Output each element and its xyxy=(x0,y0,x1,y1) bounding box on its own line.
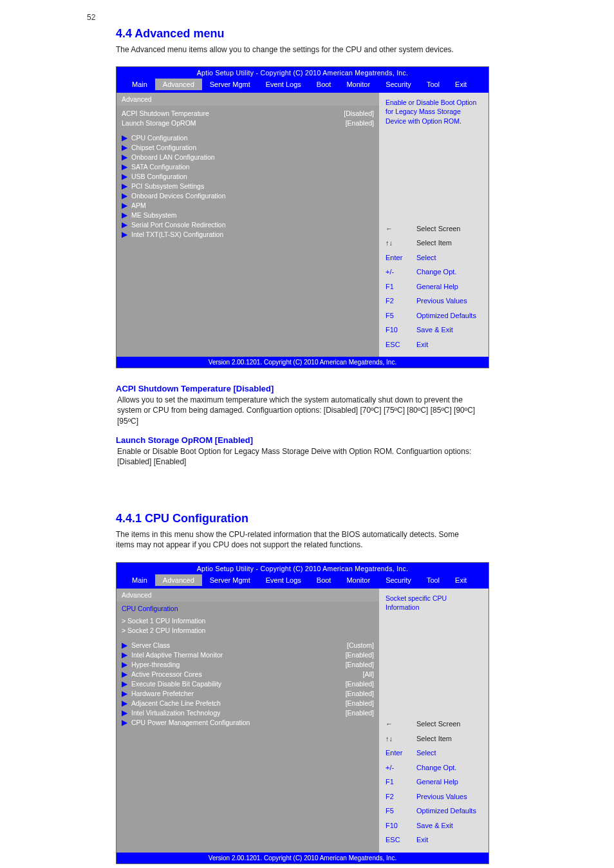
bios-submenu-row: ▶SATA Configuration xyxy=(122,162,374,171)
setting-description-block: Launch Storage OpROM [Enabled]Enable or … xyxy=(116,435,489,467)
bios-submenu-label: Chipset Configuration xyxy=(131,144,196,151)
bios-setting-row: ▶Hardware Prefetcher[Enabled] xyxy=(122,689,374,699)
bios-tab: Monitor xyxy=(339,79,378,90)
bios-submenu-row: ▶APM xyxy=(122,200,374,210)
bios-submenu-label: USB Configuration xyxy=(131,173,187,180)
bios-help-key: F1General Help xyxy=(386,279,482,294)
bios-help-key: F2Previous Values xyxy=(386,294,482,308)
triangle-right-icon: ▶ xyxy=(122,709,127,717)
bios-submenu-label: Onboard Devices Configuration xyxy=(131,192,226,200)
bios-tab: Boot xyxy=(309,574,339,586)
bios-tabs-2: MainAdvancedServer MgmtEvent LogsBootMon… xyxy=(116,574,488,589)
triangle-right-icon: ▶ xyxy=(122,221,127,229)
bios-submenu-row: ▶USB Configuration xyxy=(122,171,374,181)
triangle-right-icon: ▶ xyxy=(122,202,127,209)
triangle-right-icon: ▶ xyxy=(122,153,127,161)
setting-description-heading: ACPI Shutdown Temperature [Disabled] xyxy=(116,384,489,393)
bios-help-key: ESCExit xyxy=(386,833,482,847)
bios-tab: Advanced xyxy=(155,574,202,586)
bios-tab: Exit xyxy=(447,79,474,90)
section-title-cpu-config: 4.4.1 CPU Configuration xyxy=(116,512,614,525)
bios-help-text: Enable or Disable Boot Option for Legacy… xyxy=(386,98,482,126)
setting-description-text: Allows you to set the maximum temperatur… xyxy=(117,395,489,426)
bios-submenu-label: PCI Subsystem Settings xyxy=(131,182,204,190)
bios-submenu-label: SATA Configuration xyxy=(131,163,190,171)
bios-setting-row: ▶Adjacent Cache Line Prefetch[Enabled] xyxy=(122,699,374,708)
section-title-advanced: 4.4 Advanced menu xyxy=(116,27,614,41)
bios-help-key: F2Previous Values xyxy=(386,789,482,804)
bios-tab: Advanced xyxy=(155,79,202,90)
bios-tab: Security xyxy=(378,79,419,90)
bios-setting-row: > Socket 2 CPU Information xyxy=(122,626,374,636)
bios-submenu-label: Serial Port Console Redirection xyxy=(131,221,226,229)
bios-help-key: F10Save & Exit xyxy=(386,323,482,337)
bios-tab: Main xyxy=(124,79,155,90)
bios-help-pane-2: Socket specific CPU Information ←Select … xyxy=(379,589,488,853)
bios-submenu-label: Intel TXT(LT-SX) Configuration xyxy=(131,231,223,238)
bios-help-keys: ←Select Screen↑↓Select ItemEnterSelect+/… xyxy=(386,222,482,352)
bios-tab: Server Mgmt xyxy=(202,574,258,586)
bios-help-key: ESCExit xyxy=(386,337,482,352)
bios-submenu-label: CPU Configuration xyxy=(131,134,188,142)
bios-tab: Monitor xyxy=(339,574,378,586)
triangle-right-icon: ▶ xyxy=(122,211,127,219)
triangle-right-icon: ▶ xyxy=(122,690,127,697)
bios-main-pane: Advanced ACPI Shutdown Temperature[Disab… xyxy=(116,93,379,357)
section-intro-2: The items in this menu show the CPU-rela… xyxy=(116,529,476,550)
bios-submenu-row: ▶ME Subsystem xyxy=(122,210,374,220)
bios-setting-row: ACPI Shutdown Temperature[Disabled] xyxy=(122,108,374,118)
bios-tabs: MainAdvancedServer MgmtEvent LogsBootMon… xyxy=(116,79,488,93)
bios-help-key: ↑↓Select Item xyxy=(386,731,482,746)
bios-help-key: ↑↓Select Item xyxy=(386,236,482,250)
bios-help-key: +/-Change Opt. xyxy=(386,760,482,775)
bios-tab: Event Logs xyxy=(258,574,309,586)
triangle-right-icon: ▶ xyxy=(122,699,127,707)
bios-setting-row: ▶Intel Adaptive Thermal Monitor[Enabled] xyxy=(122,650,374,660)
bios-help-key: F5Optimized Defaults xyxy=(386,308,482,323)
bios-tab: Tool xyxy=(419,79,447,90)
bios-submenu-row: ▶Chipset Configuration xyxy=(122,142,374,152)
bios-submenu-row: ▶Onboard LAN Configuration xyxy=(122,152,374,162)
bios-submenu-row: ▶PCI Subsystem Settings xyxy=(122,181,374,191)
bios-help-key: F1General Help xyxy=(386,775,482,789)
bios-tab: Tool xyxy=(419,574,447,586)
bios-submenu-label: Onboard LAN Configuration xyxy=(131,153,215,161)
bios-help-key: F5Optimized Defaults xyxy=(386,804,482,818)
bios-submenu-row: ▶CPU Configuration xyxy=(122,133,374,142)
triangle-right-icon: ▶ xyxy=(122,680,127,688)
bios-submenu-label: ME Subsystem xyxy=(131,211,177,219)
bios-help-key: EnterSelect xyxy=(386,250,482,265)
triangle-right-icon: ▶ xyxy=(122,192,127,200)
bios-tab: Boot xyxy=(309,79,339,90)
triangle-right-icon: ▶ xyxy=(122,134,127,142)
triangle-right-icon: ▶ xyxy=(122,641,127,649)
triangle-right-icon: ▶ xyxy=(122,231,127,238)
bios-help-pane: Enable or Disable Boot Option for Legacy… xyxy=(379,93,488,357)
bios-help-key: ←Select Screen xyxy=(386,222,482,236)
setting-description-block: ACPI Shutdown Temperature [Disabled]Allo… xyxy=(116,384,489,426)
bios-setting-row: ▶Hyper-threading[Enabled] xyxy=(122,660,374,670)
bios-setting-row: ▶Intel Virtualization Technology[Enabled… xyxy=(122,708,374,718)
bios-subheader-2: Advanced xyxy=(116,589,379,601)
bios-help-text-2: Socket specific CPU Information xyxy=(386,594,482,612)
triangle-right-icon: ▶ xyxy=(122,163,127,171)
triangle-right-icon: ▶ xyxy=(122,670,127,678)
bios-utility-title-2: Aptio Setup Utility - Copyright (C) 2010… xyxy=(116,563,488,574)
page-number-left: 52 xyxy=(87,13,614,22)
bios-main-pane-2: Advanced CPU Configuration> Socket 1 CPU… xyxy=(116,589,379,853)
bios-subheader: Advanced xyxy=(116,93,379,106)
bios-help-keys-2: ←Select Screen↑↓Select ItemEnterSelect+/… xyxy=(386,717,482,847)
bios-setting-row: Launch Storage OpROM[Enabled] xyxy=(122,118,374,127)
triangle-right-icon: ▶ xyxy=(122,173,127,180)
triangle-right-icon: ▶ xyxy=(122,719,127,726)
triangle-right-icon: ▶ xyxy=(122,182,127,190)
bios-screenshot-2: Aptio Setup Utility - Copyright (C) 2010… xyxy=(116,562,489,864)
bios-submenu-label: APM xyxy=(131,202,146,209)
bios-tab: Main xyxy=(124,574,155,586)
bios-help-key: +/-Change Opt. xyxy=(386,265,482,279)
bios-footer: Version 2.00.1201. Copyright (C) 2010 Am… xyxy=(116,357,488,368)
bios-submenu-row: ▶Intel TXT(LT-SX) Configuration xyxy=(122,229,374,239)
bios-help-key: ←Select Screen xyxy=(386,717,482,731)
bios-tab: Server Mgmt xyxy=(202,79,258,90)
triangle-right-icon: ▶ xyxy=(122,651,127,659)
